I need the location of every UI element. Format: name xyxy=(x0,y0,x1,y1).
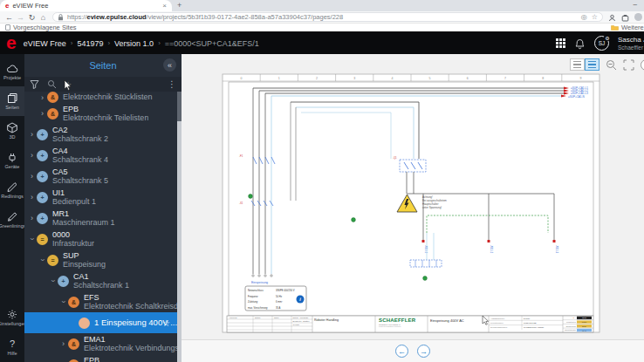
chevron-right-icon[interactable]: › xyxy=(27,172,37,181)
tree-item[interactable]: › & EFSElektrotechnik Schaltkreisdok... xyxy=(24,291,177,312)
tree-item-label: Schaltschrank 4 xyxy=(52,155,108,165)
tree-item[interactable]: › + UI1Bedienpult 1 xyxy=(24,187,177,208)
notifications-bell-icon[interactable] xyxy=(574,38,586,50)
browser-avatar[interactable] xyxy=(634,13,642,21)
tree-item[interactable]: › = SUPEinspeisung xyxy=(24,249,177,270)
tab-close-icon[interactable]: × xyxy=(162,2,167,10)
forward-button[interactable]: → xyxy=(15,13,26,22)
location-icon: + xyxy=(37,213,48,224)
schematic-drawing: 01 23 45 67 89 =SUP+CA1-L1 =SUP+CA1-L2 =… xyxy=(182,54,644,362)
chevron-down-icon[interactable]: › xyxy=(28,235,37,244)
split-view-button[interactable] xyxy=(585,58,599,71)
tree-item[interactable]: › + CA1Schaltschrank 1 xyxy=(24,270,177,291)
drawing-canvas[interactable]: 01 23 45 67 89 =SUP+CA1-L1 =SUP+CA1-L2 =… xyxy=(182,54,644,362)
bookmark-label: Vorgeschlagene Sites xyxy=(13,24,77,31)
nav-label: Greenlinings xyxy=(0,223,25,229)
toolbar-extra-button[interactable] xyxy=(641,59,644,71)
window-minimize-button[interactable]: – xyxy=(634,0,637,8)
url-host: eview.epulse.cloud xyxy=(87,13,147,21)
tree-item-label: Elektrotechnik Teilelisten xyxy=(63,113,148,123)
profile-icon[interactable] xyxy=(608,10,616,25)
tree-item[interactable]: › & Elektrotechnik Stücklisten xyxy=(24,92,177,103)
browser-tab-strip: e eVIEW Free × + – xyxy=(0,0,644,11)
tree-item[interactable]: › + CA5Schaltschrank 5 xyxy=(24,166,177,187)
back-button[interactable]: ← xyxy=(3,13,15,22)
eplan-logo[interactable]: e xyxy=(6,34,17,51)
tree-item[interactable]: › & EMA1Elektrotechnik Verbindungsb... xyxy=(24,333,177,354)
nav-3d[interactable]: 3D xyxy=(0,116,24,146)
fit-screen-icon[interactable] xyxy=(623,59,634,71)
breadcrumb-page[interactable]: ==0000<SUP+CA1&EFS/1 xyxy=(165,39,259,48)
breadcrumb-sep-icon: › xyxy=(71,39,73,47)
tree-item-label: 1 Einspeisung 400V ... xyxy=(94,318,162,328)
chevron-right-icon[interactable]: › xyxy=(27,193,37,201)
breadcrumb-app[interactable]: eVIEW Free xyxy=(24,39,66,48)
chevron-right-icon[interactable]: › xyxy=(58,339,68,348)
tree-item[interactable]: › + MR1Maschinenraum 1 xyxy=(24,208,177,229)
nav-einstellungen[interactable]: Einstellungen xyxy=(0,303,24,332)
search-icon[interactable] xyxy=(47,79,57,89)
nav-geraete[interactable]: Geräte xyxy=(0,146,24,175)
bookmark-item[interactable]: Vorgeschlagene Sites xyxy=(5,24,77,31)
user-org: Schaeffler xyxy=(618,44,643,51)
svg-text:max. Vorsicherung:: max. Vorsicherung: xyxy=(248,306,268,310)
nav-hilfe[interactable]: ? Hilfe xyxy=(0,332,24,362)
tree-item-label: Elektrotechnik Schaltkreisdok... xyxy=(84,302,177,311)
chevron-right-icon[interactable]: › xyxy=(27,151,37,160)
brand-sub: center for production excellence xyxy=(379,325,401,327)
extension-icon[interactable] xyxy=(621,10,629,25)
nav-redlinings[interactable]: Redlinings xyxy=(0,175,24,205)
chevron-down-icon[interactable]: › xyxy=(49,277,58,286)
other-bookmarks[interactable]: Weitere... xyxy=(611,24,644,31)
location-icon: + xyxy=(37,150,48,161)
nav-label: Redlinings xyxy=(1,194,24,199)
bookmark-star-icon[interactable]: ☆ xyxy=(592,13,598,21)
user-avatar[interactable]: SJ ⚙ xyxy=(594,36,609,51)
svg-text:wsattler: wsattler xyxy=(303,320,310,322)
nav-seiten[interactable]: Seiten xyxy=(0,86,24,116)
user-name-block[interactable]: Sascha J Schaeffler xyxy=(618,36,644,51)
tree-item[interactable]: › + CA2Schaltschrank 2 xyxy=(24,124,177,145)
breadcrumb-version[interactable]: Version 1.0 xyxy=(114,39,154,48)
tree-item-selected-page[interactable]: 1 Einspeisung 400V ... ☆ xyxy=(24,312,177,333)
nav-projekte[interactable]: Projekte xyxy=(0,57,24,86)
svg-text:Name: Name xyxy=(274,317,280,318)
panel-menu-icon[interactable]: ⋮ xyxy=(168,79,176,89)
svg-text:3/N/PE 400/230 V: 3/N/PE 400/230 V xyxy=(276,289,295,292)
document-icon: & xyxy=(47,92,58,103)
tree-item[interactable]: › & EPBElektrotechnik Teilelisten xyxy=(24,354,177,362)
browser-tab[interactable]: e eVIEW Free × xyxy=(0,0,172,11)
refresh-button[interactable]: ↻ xyxy=(26,13,38,22)
prev-page-button[interactable]: ← xyxy=(395,345,408,358)
single-page-view-button[interactable] xyxy=(570,58,585,71)
svg-text:541979: 541979 xyxy=(524,318,531,319)
page-tree: › & Elektrotechnik Stücklisten › & EPBEl… xyxy=(24,92,177,362)
nav-greenlinings[interactable]: Greenlinings xyxy=(0,205,24,235)
favorite-star-icon[interactable]: ☆ xyxy=(162,318,170,328)
tree-item[interactable]: › & EPBElektrotechnik Teilelisten xyxy=(24,103,177,124)
url-field[interactable]: https://eview.epulse.cloud/view/projects… xyxy=(52,12,603,22)
next-page-button[interactable]: → xyxy=(417,345,430,358)
apps-grid-icon[interactable] xyxy=(556,38,565,48)
tree-item[interactable]: › + CA4Schaltschrank 4 xyxy=(24,145,177,166)
home-button[interactable]: ⌂ xyxy=(38,13,49,22)
reader-mode-icon[interactable]: ◎ xyxy=(581,13,587,21)
function-icon: = xyxy=(47,255,58,266)
collapse-panel-button[interactable]: « xyxy=(163,58,176,72)
new-tab-button[interactable]: + xyxy=(177,1,182,10)
eview-app-window: e eVIEW Free × + – ← → ↻ ⌂ https://eview… xyxy=(0,0,644,362)
page-icon xyxy=(5,24,10,31)
chevron-right-icon[interactable]: › xyxy=(38,109,47,118)
avatar-initials: SJ xyxy=(599,40,606,46)
tree-item-label: Infrastruktur xyxy=(52,239,94,249)
document-icon: & xyxy=(68,297,79,308)
chevron-down-icon[interactable]: › xyxy=(38,256,47,265)
filter-icon[interactable] xyxy=(30,79,39,89)
chevron-right-icon[interactable]: › xyxy=(27,130,37,139)
chevron-down-icon[interactable]: › xyxy=(59,297,68,307)
zoom-out-icon[interactable] xyxy=(606,59,617,71)
breadcrumb-project[interactable]: 541979 xyxy=(77,39,103,48)
tree-item[interactable]: › = 0000Infrastruktur xyxy=(24,229,177,249)
chevron-right-icon[interactable]: › xyxy=(27,214,37,222)
chevron-right-icon[interactable]: › xyxy=(38,93,47,102)
